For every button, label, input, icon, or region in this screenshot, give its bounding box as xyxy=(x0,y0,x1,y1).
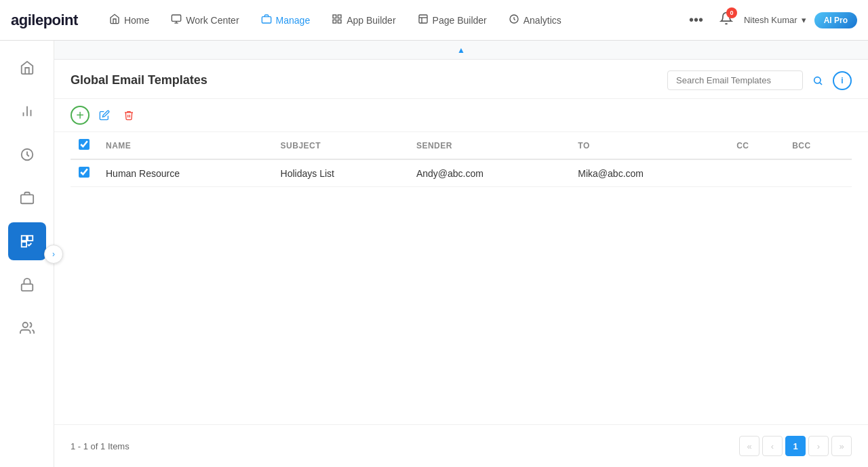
ai-pro-button[interactable]: AI Pro xyxy=(814,12,857,28)
svg-rect-0 xyxy=(172,15,181,21)
table-header-row: NAME SUBJECT SENDER TO CC BCC xyxy=(71,132,852,159)
header-cc: CC xyxy=(728,132,784,159)
sidebar-item-team[interactable] xyxy=(8,309,46,347)
svg-point-21 xyxy=(22,323,27,327)
pagination: 1 - 1 of 1 Items « ‹ 1 › » xyxy=(54,424,868,467)
info-button[interactable]: i xyxy=(833,71,852,90)
sidebar-item-grid-check[interactable] xyxy=(8,222,46,260)
nav-workcenter[interactable]: Work Center xyxy=(161,8,248,32)
page-info: 1 - 1 of 1 Items xyxy=(71,441,130,451)
svg-rect-20 xyxy=(21,284,33,291)
edit-button[interactable] xyxy=(95,106,114,125)
nav-analytics[interactable]: Analytics xyxy=(499,8,571,32)
row-bcc xyxy=(784,159,852,187)
search-area: i xyxy=(667,70,852,90)
svg-rect-6 xyxy=(338,20,342,23)
logo: agilepoint xyxy=(11,12,78,29)
sidebar: › xyxy=(0,41,54,467)
sidebar-item-analytics[interactable] xyxy=(8,92,46,130)
svg-rect-7 xyxy=(333,20,336,23)
chart-icon xyxy=(509,14,519,26)
nav-appbuilder[interactable]: App Builder xyxy=(322,8,405,32)
sidebar-item-briefcase[interactable] xyxy=(8,179,46,217)
add-button[interactable]: + xyxy=(71,106,90,125)
row-name: Human Resource xyxy=(98,159,273,187)
nav-workcenter-label: Work Center xyxy=(186,15,239,26)
row-subject: Holidays List xyxy=(273,159,408,187)
svg-rect-4 xyxy=(333,15,336,18)
top-nav: agilepoint Home Work Center xyxy=(0,0,868,41)
row-checkbox-cell xyxy=(71,159,98,187)
last-page-button[interactable]: » xyxy=(831,436,852,456)
header-bcc: BCC xyxy=(784,132,852,159)
collapse-icon: ▲ xyxy=(457,45,465,55)
notifications-button[interactable]: 0 xyxy=(717,9,736,31)
svg-line-23 xyxy=(820,83,822,85)
header-to: TO xyxy=(570,132,728,159)
header-checkbox-col xyxy=(71,132,98,159)
user-menu-button[interactable]: Nitesh Kumar ▾ xyxy=(744,15,806,25)
row-cc xyxy=(728,159,784,187)
first-page-button[interactable]: « xyxy=(739,436,760,456)
svg-rect-5 xyxy=(338,15,342,18)
header-subject: SUBJECT xyxy=(273,132,408,159)
main-content: ▲ Global Email Templates i + xyxy=(54,41,868,467)
toolbar: + xyxy=(54,99,868,132)
email-templates-table: NAME SUBJECT SENDER TO CC BCC Human Reso… xyxy=(71,132,852,187)
table-wrap: NAME SUBJECT SENDER TO CC BCC Human Reso… xyxy=(54,132,868,424)
logo-agile: agilepoint xyxy=(11,12,78,28)
monitor-icon xyxy=(171,14,182,26)
nav-home-label: Home xyxy=(124,15,149,26)
page-controls: « ‹ 1 › » xyxy=(739,436,852,456)
page-title: Global Email Templates xyxy=(71,73,208,87)
svg-rect-19 xyxy=(21,242,26,247)
layout-icon xyxy=(418,14,429,26)
nav-more[interactable]: ••• xyxy=(684,9,709,31)
delete-button[interactable] xyxy=(119,106,138,125)
sidebar-item-timer[interactable] xyxy=(8,136,46,174)
sidebar-item-home[interactable] xyxy=(8,49,46,87)
nav-home[interactable]: Home xyxy=(100,8,159,32)
nav-analytics-label: Analytics xyxy=(524,15,561,26)
page-header: Global Email Templates i xyxy=(54,60,868,99)
nav-manage-label: Manage xyxy=(276,15,311,26)
home-icon xyxy=(109,14,120,26)
next-page-button[interactable]: › xyxy=(808,436,829,456)
nav-links: Home Work Center Manage xyxy=(100,8,684,32)
row-checkbox[interactable] xyxy=(79,167,90,178)
notif-badge: 0 xyxy=(726,7,737,18)
chevron-down-icon: ▾ xyxy=(802,15,806,25)
prev-page-button[interactable]: ‹ xyxy=(762,436,783,456)
user-name: Nitesh Kumar xyxy=(744,15,797,25)
svg-rect-3 xyxy=(262,17,271,23)
select-all-checkbox[interactable] xyxy=(79,139,90,150)
layout: › ▲ Global Email Templates i + xyxy=(0,41,868,467)
nav-manage[interactable]: Manage xyxy=(252,8,320,32)
svg-rect-16 xyxy=(20,195,33,203)
svg-rect-8 xyxy=(419,15,427,23)
collapse-bar[interactable]: ▲ xyxy=(54,41,868,60)
search-button[interactable] xyxy=(808,71,827,90)
table-body: Human Resource Holidays List Andy@abc.co… xyxy=(71,159,852,187)
nav-appbuilder-label: App Builder xyxy=(347,15,395,26)
svg-point-22 xyxy=(814,77,821,83)
svg-rect-17 xyxy=(21,236,26,241)
header-name: NAME xyxy=(98,132,273,159)
briefcase-icon xyxy=(261,14,272,26)
sidebar-toggle[interactable]: › xyxy=(44,245,63,264)
nav-right: ••• 0 Nitesh Kumar ▾ AI Pro xyxy=(684,9,857,31)
nav-pagebuilder[interactable]: Page Builder xyxy=(408,8,496,32)
table-row: Human Resource Holidays List Andy@abc.co… xyxy=(71,159,852,187)
nav-pagebuilder-label: Page Builder xyxy=(433,15,487,26)
page-1-button[interactable]: 1 xyxy=(785,436,806,456)
row-to: Mika@abc.com xyxy=(570,159,728,187)
search-input[interactable] xyxy=(667,70,803,90)
sidebar-item-lock[interactable] xyxy=(8,266,46,304)
grid-icon xyxy=(332,14,342,26)
row-sender: Andy@abc.com xyxy=(408,159,570,187)
header-sender: SENDER xyxy=(408,132,570,159)
svg-rect-18 xyxy=(27,236,32,241)
logo-text: agilepoint xyxy=(11,12,78,29)
